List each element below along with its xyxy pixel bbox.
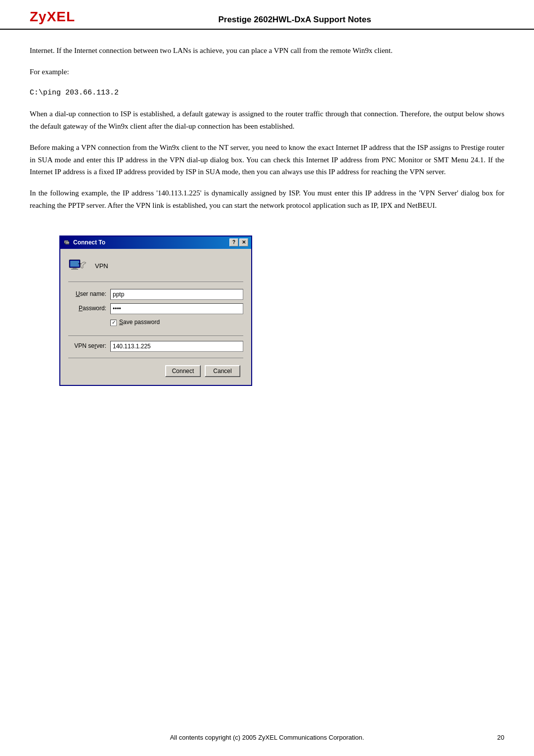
- page-content: Internet. If the Internet connection bet…: [0, 45, 534, 401]
- username-label: User name:: [68, 289, 110, 299]
- dialog-wrapper: Connect To ? ✕: [59, 236, 252, 386]
- dialog-footer: Connect Cancel: [68, 360, 243, 380]
- svg-rect-1: [65, 241, 69, 244]
- paragraph-dialup: When a dial-up connection to ISP is esta…: [30, 108, 504, 133]
- username-row: User name:: [68, 289, 243, 300]
- dialog-title-icon: [63, 238, 71, 246]
- save-password-label: Save password: [119, 318, 160, 328]
- zyxel-logo: ZyXEL: [30, 9, 75, 25]
- page-header: ZyXEL Prestige 2602HWL-DxA Support Notes: [0, 0, 534, 30]
- vpn-server-input[interactable]: [110, 341, 243, 352]
- connect-button[interactable]: Connect: [165, 365, 201, 377]
- save-password-label-s: S: [119, 319, 123, 326]
- save-password-checkbox[interactable]: ✓: [110, 320, 117, 326]
- form-section: User name: Password: ✓: [68, 289, 243, 336]
- vpn-icon: [68, 256, 88, 276]
- svg-rect-5: [73, 268, 77, 269]
- svg-rect-6: [71, 269, 78, 270]
- titlebar-left: Connect To: [63, 238, 105, 248]
- svg-rect-4: [70, 261, 79, 267]
- cancel-button[interactable]: Cancel: [205, 365, 240, 377]
- titlebar-buttons: ? ✕: [229, 238, 248, 246]
- help-button[interactable]: ?: [229, 238, 238, 246]
- vpn-icon-row: VPN: [68, 256, 243, 282]
- password-label-u: P: [79, 305, 83, 312]
- username-input[interactable]: [110, 289, 243, 300]
- dialog-title-text: Connect To: [73, 238, 105, 248]
- password-label: Password:: [68, 304, 110, 314]
- password-input[interactable]: [110, 303, 243, 314]
- vpn-label: VPN: [95, 261, 108, 271]
- vpn-server-row: VPN server:: [68, 341, 243, 358]
- paragraph-for-example: For example:: [30, 66, 504, 78]
- dialog-body: VPN User name: Password:: [60, 249, 251, 385]
- vpn-server-label-r: r: [94, 342, 96, 349]
- save-password-row: ✓ Save password: [110, 318, 243, 328]
- paragraph-vpn-connection: Before making a VPN connection from the …: [30, 142, 504, 178]
- paragraph-example-ip: In the following example, the IP address…: [30, 187, 504, 212]
- username-label-u: U: [76, 290, 80, 297]
- dialog-titlebar: Connect To ? ✕: [60, 236, 251, 249]
- code-ping: C:\ping 203.66.113.2: [30, 87, 504, 99]
- page-container: ZyXEL Prestige 2602HWL-DxA Support Notes…: [0, 0, 534, 756]
- page-number: 20: [497, 734, 504, 741]
- connect-to-dialog: Connect To ? ✕: [59, 236, 252, 386]
- copyright-text: All contents copyright (c) 2005 ZyXEL Co…: [170, 734, 364, 741]
- close-button[interactable]: ✕: [239, 238, 248, 246]
- vpn-server-label: VPN server:: [68, 341, 110, 351]
- save-password-checkbox-wrapper[interactable]: ✓ Save password: [110, 318, 160, 328]
- password-row: Password:: [68, 303, 243, 314]
- paragraph-1: Internet. If the Internet connection bet…: [30, 45, 504, 57]
- footer: All contents copyright (c) 2005 ZyXEL Co…: [0, 734, 534, 741]
- page-title: Prestige 2602HWL-DxA Support Notes: [85, 15, 504, 25]
